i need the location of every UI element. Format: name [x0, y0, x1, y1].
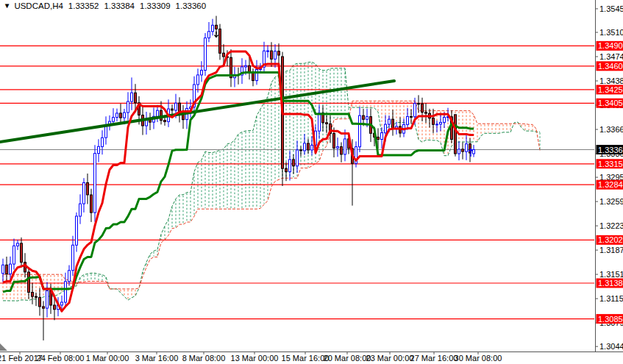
tenkan-sen-line	[3, 51, 474, 311]
svg-text:1.34050: 1.34050	[598, 99, 623, 107]
time-axis[interactable]: 21 Feb 201724 Feb 08:001 Mar 00:003 Mar …	[0, 351, 502, 363]
svg-text:1.34250: 1.34250	[598, 85, 623, 94]
svg-text:1.31380: 1.31380	[598, 279, 623, 288]
sr-price-badge: 1.32020	[597, 235, 623, 245]
sr-price-badge: 1.34050	[597, 99, 623, 108]
chart-canvas[interactable]: 1.354501.351001.347401.343801.340201.336…	[0, 0, 623, 364]
price-axis[interactable]: 1.354501.351001.347401.343801.340201.336…	[596, 4, 623, 351]
chart-title: ▼USDCAD,H41.333521.333841.333091.33360	[3, 1, 206, 10]
price-axis-label: 1.35450	[599, 4, 623, 13]
time-axis-label: 24 Feb 08:00	[37, 354, 85, 363]
svg-text:1.33360: 1.33360	[598, 146, 623, 154]
price-axis-label: 1.35100	[599, 28, 623, 37]
price-axis-label: 1.32230	[599, 221, 623, 230]
price-axis-label: 1.34740	[599, 52, 623, 61]
sr-price-badge: 1.34250	[597, 85, 623, 94]
time-axis-label: 20 Mar 08:00	[324, 354, 371, 363]
chart-markers	[0, 32, 473, 351]
price-axis-label: 1.31870	[599, 246, 623, 254]
time-axis-label: 30 Mar 08:00	[455, 354, 502, 363]
quote-high: 1.33384	[104, 1, 135, 10]
time-axis-label: 27 Mar 16:00	[410, 354, 458, 363]
time-axis-label: 13 Mar 00:00	[231, 354, 279, 363]
mt4-chart-window: 1.354501.351001.347401.343801.340201.336…	[0, 0, 623, 364]
time-axis-label: 15 Mar 16:00	[282, 354, 330, 363]
sr-price-badge: 1.34900	[597, 41, 623, 51]
symbol-menu-arrow-icon[interactable]: ▼	[4, 2, 11, 10]
fractal-down-arrow-icon	[215, 32, 218, 38]
time-axis-label: 1 Mar 00:00	[86, 354, 129, 363]
price-axis-label: 1.34380	[599, 76, 623, 85]
price-axis-label: 1.30440	[599, 342, 623, 351]
sr-price-badge: 1.34600	[597, 61, 623, 71]
quote-close: 1.33360	[176, 1, 207, 10]
quote-low: 1.33309	[140, 1, 171, 10]
svg-text:1.32840: 1.32840	[598, 180, 623, 189]
price-axis-label: 1.33660	[599, 125, 623, 134]
sr-price-badge: 1.32840	[597, 180, 623, 190]
sr-price-badge: 1.30850	[597, 314, 623, 324]
svg-text:1.32020: 1.32020	[598, 235, 623, 244]
quote-open: 1.33352	[68, 1, 99, 10]
time-axis-label: 8 Mar 08:00	[182, 354, 226, 363]
time-axis-label: 3 Mar 16:00	[135, 354, 179, 363]
plot-area[interactable]	[0, 16, 594, 340]
price-axis-label: 1.31510	[599, 270, 623, 279]
price-axis-label: 1.32590	[599, 197, 623, 206]
svg-text:1.34600: 1.34600	[598, 62, 623, 71]
sr-price-badge: 1.33150	[597, 159, 623, 168]
time-axis-label: 23 Mar 00:00	[366, 354, 414, 363]
price-axis-label: 1.31150	[599, 294, 623, 303]
svg-text:1.30850: 1.30850	[598, 315, 623, 324]
svg-text:1.34900: 1.34900	[598, 41, 623, 50]
current-price-badge: 1.33360	[597, 145, 623, 154]
scroll-corner-icon[interactable]	[0, 343, 7, 351]
svg-text:1.33150: 1.33150	[598, 160, 623, 168]
sr-price-badge: 1.31380	[597, 279, 623, 288]
symbol-period-label: USDCAD,H4	[14, 1, 63, 10]
